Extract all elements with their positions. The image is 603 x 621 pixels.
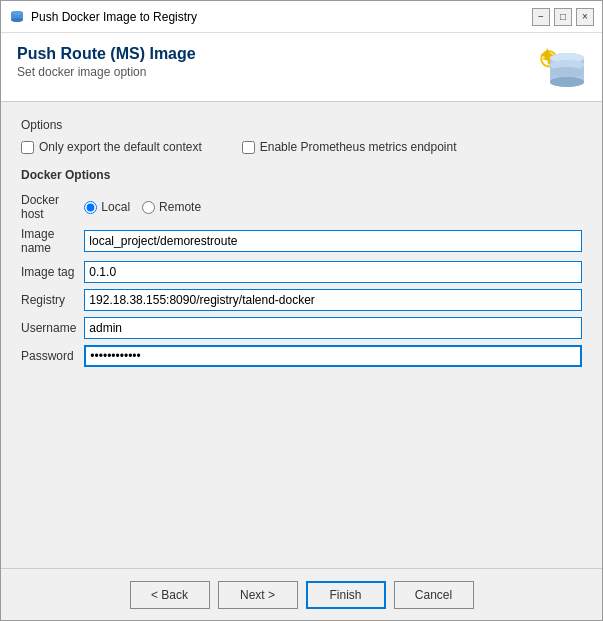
prometheus-checkbox-label[interactable]: Enable Prometheus metrics endpoint bbox=[242, 140, 457, 154]
only-export-checkbox[interactable] bbox=[21, 141, 34, 154]
local-radio-label[interactable]: Local bbox=[84, 200, 130, 214]
docker-options-label: Docker Options bbox=[21, 168, 582, 182]
svg-point-3 bbox=[11, 11, 23, 15]
window-icon bbox=[9, 9, 25, 25]
username-input[interactable] bbox=[84, 317, 582, 339]
docker-host-radio-group: Local Remote bbox=[84, 200, 582, 214]
only-export-checkbox-label[interactable]: Only export the default context bbox=[21, 140, 202, 154]
prometheus-label: Enable Prometheus metrics endpoint bbox=[260, 140, 457, 154]
local-radio[interactable] bbox=[84, 201, 97, 214]
image-tag-row: Image tag bbox=[21, 258, 582, 286]
password-row: Password bbox=[21, 342, 582, 370]
next-button[interactable]: Next > bbox=[218, 581, 298, 609]
username-label: Username bbox=[21, 314, 84, 342]
svg-point-2 bbox=[11, 18, 23, 22]
svg-point-9 bbox=[550, 67, 584, 77]
options-label: Options bbox=[21, 118, 582, 132]
password-input[interactable] bbox=[84, 345, 582, 367]
image-name-label: Image name bbox=[21, 224, 84, 258]
content-area: Options Only export the default context … bbox=[1, 102, 602, 568]
back-button[interactable]: < Back bbox=[130, 581, 210, 609]
minimize-button[interactable]: − bbox=[532, 8, 550, 26]
password-label: Password bbox=[21, 342, 84, 370]
titlebar: Push Docker Image to Registry − □ × bbox=[1, 1, 602, 33]
docker-host-label: Docker host bbox=[21, 190, 84, 224]
form-table: Docker host Local Remote Ima bbox=[21, 190, 582, 370]
remote-radio[interactable] bbox=[142, 201, 155, 214]
image-name-row: Image name bbox=[21, 224, 582, 258]
header-icon: ⊕ ✦ bbox=[538, 45, 586, 93]
window-title: Push Docker Image to Registry bbox=[31, 10, 197, 24]
svg-point-10 bbox=[550, 77, 584, 87]
docker-host-row: Docker host Local Remote bbox=[21, 190, 582, 224]
only-export-label: Only export the default context bbox=[39, 140, 202, 154]
prometheus-checkbox[interactable] bbox=[242, 141, 255, 154]
registry-label: Registry bbox=[21, 286, 84, 314]
remote-radio-text: Remote bbox=[159, 200, 201, 214]
cancel-button[interactable]: Cancel bbox=[394, 581, 474, 609]
local-radio-text: Local bbox=[101, 200, 130, 214]
footer: < Back Next > Finish Cancel bbox=[1, 568, 602, 620]
titlebar-controls: − □ × bbox=[532, 8, 594, 26]
main-window: Push Docker Image to Registry − □ × Push… bbox=[0, 0, 603, 621]
close-button[interactable]: × bbox=[576, 8, 594, 26]
image-tag-input[interactable] bbox=[84, 261, 582, 283]
titlebar-left: Push Docker Image to Registry bbox=[9, 9, 197, 25]
registry-row: Registry bbox=[21, 286, 582, 314]
maximize-button[interactable]: □ bbox=[554, 8, 572, 26]
page-title: Push Route (MS) Image bbox=[17, 45, 196, 63]
page-subtitle: Set docker image option bbox=[17, 65, 196, 79]
registry-input[interactable] bbox=[84, 289, 582, 311]
username-row: Username bbox=[21, 314, 582, 342]
remote-radio-label[interactable]: Remote bbox=[142, 200, 201, 214]
image-tag-label: Image tag bbox=[21, 258, 84, 286]
header: Push Route (MS) Image Set docker image o… bbox=[1, 33, 602, 102]
options-row: Only export the default context Enable P… bbox=[21, 140, 582, 154]
image-name-input[interactable] bbox=[84, 230, 582, 252]
plus-icon: ✦ bbox=[538, 45, 556, 67]
header-text: Push Route (MS) Image Set docker image o… bbox=[17, 45, 196, 79]
finish-button[interactable]: Finish bbox=[306, 581, 386, 609]
